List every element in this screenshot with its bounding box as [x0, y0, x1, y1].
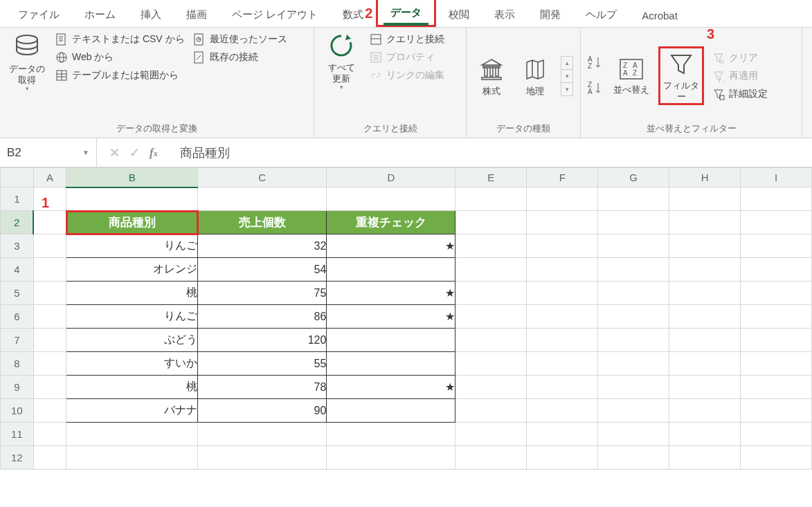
- cell-H10[interactable]: [669, 399, 741, 423]
- cell-D7[interactable]: [327, 329, 455, 352]
- reapply-filter-button[interactable]: 再適用: [712, 68, 768, 84]
- cell-C7[interactable]: 120: [198, 329, 327, 352]
- cell-G9[interactable]: [598, 376, 669, 399]
- sort-button[interactable]: ZAAZ 並べ替え: [613, 57, 650, 95]
- recent-sources-button[interactable]: 最近使ったソース: [193, 32, 287, 47]
- cell-I12[interactable]: [741, 446, 812, 470]
- cell-F2[interactable]: [527, 211, 598, 234]
- cell-C8[interactable]: 55: [198, 352, 327, 376]
- cell-H8[interactable]: [669, 352, 741, 376]
- cell-C9[interactable]: 78: [198, 376, 327, 399]
- cell-H4[interactable]: [669, 258, 741, 282]
- from-text-csv-button[interactable]: テキストまたは CSV から: [55, 32, 185, 47]
- cell-E12[interactable]: [455, 446, 527, 470]
- cell-D9[interactable]: ★: [327, 376, 455, 399]
- cell-C6[interactable]: 86: [198, 305, 327, 329]
- refresh-all-button[interactable]: すべて 更新 ▾: [321, 32, 361, 91]
- properties-button[interactable]: プロパティ: [370, 50, 444, 65]
- cell-E8[interactable]: [455, 352, 527, 376]
- cell-D4[interactable]: [327, 258, 455, 282]
- cell-G3[interactable]: [598, 234, 669, 258]
- row-header-7[interactable]: 7: [1, 329, 34, 352]
- cell-I9[interactable]: [741, 376, 812, 399]
- queries-connections-button[interactable]: クエリと接続: [370, 32, 444, 47]
- cell-F3[interactable]: [527, 234, 598, 258]
- name-box[interactable]: B2 ▼: [0, 138, 97, 167]
- clear-filter-button[interactable]: クリア: [712, 50, 768, 66]
- cell-I4[interactable]: [741, 258, 812, 282]
- cell-D10[interactable]: [327, 399, 455, 423]
- enter-formula-button[interactable]: ✓: [129, 145, 140, 160]
- cell-E10[interactable]: [455, 399, 527, 423]
- cell-F11[interactable]: [527, 423, 598, 446]
- cell-H12[interactable]: [669, 446, 741, 470]
- cell-F9[interactable]: [527, 376, 598, 399]
- cell-E11[interactable]: [455, 423, 527, 446]
- cell-B6[interactable]: りんご: [66, 305, 198, 329]
- cell-A5[interactable]: [33, 282, 66, 305]
- cell-C1[interactable]: [198, 187, 327, 211]
- cell-E2[interactable]: [455, 211, 527, 234]
- cell-I8[interactable]: [741, 352, 812, 376]
- cell-I1[interactable]: [741, 187, 812, 211]
- column-header-E[interactable]: E: [455, 168, 527, 187]
- cell-F10[interactable]: [527, 399, 598, 423]
- tab-draw[interactable]: 描画: [174, 1, 219, 27]
- tab-home[interactable]: ホーム: [72, 1, 128, 27]
- stocks-type-button[interactable]: 株式: [473, 55, 509, 97]
- row-header-6[interactable]: 6: [1, 305, 34, 329]
- cell-I3[interactable]: [741, 234, 812, 258]
- cancel-formula-button[interactable]: ✕: [109, 145, 120, 160]
- sort-asc-button[interactable]: AZ: [588, 55, 604, 72]
- sort-desc-button[interactable]: ZA: [588, 80, 604, 98]
- cell-D12[interactable]: [327, 446, 455, 470]
- tab-page-layout[interactable]: ページ レイアウト: [219, 1, 330, 27]
- row-header-5[interactable]: 5: [1, 282, 34, 305]
- cell-E3[interactable]: [455, 234, 527, 258]
- cell-H11[interactable]: [669, 423, 741, 446]
- cell-H1[interactable]: [669, 187, 741, 211]
- tab-review[interactable]: 校閲: [436, 1, 482, 27]
- tab-file[interactable]: ファイル: [6, 1, 72, 27]
- cell-G12[interactable]: [598, 446, 669, 470]
- cell-C5[interactable]: 75: [198, 282, 327, 305]
- cell-I10[interactable]: [741, 399, 812, 423]
- cell-C2[interactable]: 売上個数: [198, 211, 327, 234]
- edit-links-button[interactable]: リンクの編集: [370, 68, 444, 83]
- cell-G10[interactable]: [598, 399, 669, 423]
- cell-E9[interactable]: [455, 376, 527, 399]
- tab-help[interactable]: ヘルプ: [573, 1, 629, 27]
- row-header-4[interactable]: 4: [1, 258, 34, 282]
- cell-F5[interactable]: [527, 282, 598, 305]
- cell-H7[interactable]: [669, 329, 741, 352]
- cell-G2[interactable]: [598, 211, 669, 234]
- column-header-H[interactable]: H: [669, 168, 741, 187]
- cell-H2[interactable]: [669, 211, 741, 234]
- get-data-button[interactable]: データの 取得 ▾: [7, 32, 47, 93]
- cell-A11[interactable]: [33, 423, 66, 446]
- cell-G8[interactable]: [598, 352, 669, 376]
- cell-E4[interactable]: [455, 258, 527, 282]
- cell-E7[interactable]: [455, 329, 527, 352]
- cell-A7[interactable]: [33, 329, 66, 352]
- cell-F7[interactable]: [527, 329, 598, 352]
- cell-B8[interactable]: すいか: [66, 352, 198, 376]
- column-header-A[interactable]: A: [33, 168, 66, 187]
- cell-B7[interactable]: ぶどう: [66, 329, 198, 352]
- cell-A8[interactable]: [33, 352, 66, 376]
- cell-F12[interactable]: [527, 446, 598, 470]
- cell-F6[interactable]: [527, 305, 598, 329]
- filter-button[interactable]: フィルター: [658, 46, 704, 105]
- cell-C11[interactable]: [198, 423, 327, 446]
- row-header-12[interactable]: 12: [1, 446, 34, 470]
- cell-D6[interactable]: ★: [327, 305, 455, 329]
- cell-I6[interactable]: [741, 305, 812, 329]
- column-header-D[interactable]: D: [327, 168, 455, 187]
- row-header-9[interactable]: 9: [1, 376, 34, 399]
- cell-E5[interactable]: [455, 282, 527, 305]
- cell-B2[interactable]: 商品種別: [66, 211, 198, 234]
- cell-F4[interactable]: [527, 258, 598, 282]
- cell-C4[interactable]: 54: [198, 258, 327, 282]
- cell-G6[interactable]: [598, 305, 669, 329]
- column-header-F[interactable]: F: [527, 168, 598, 187]
